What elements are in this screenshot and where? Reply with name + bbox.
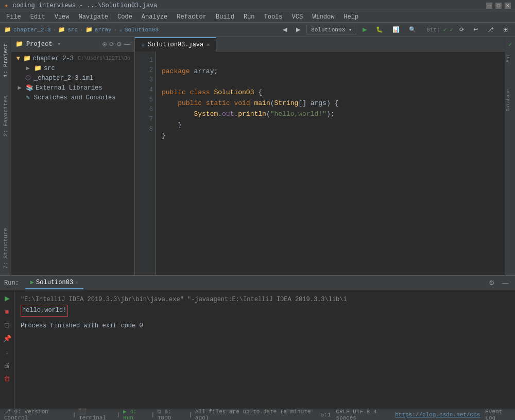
breadcrumb-solution03[interactable]: Solution03 [125, 27, 159, 33]
nav-controls: ◀ ▶ Solution03 ▾ ▶ 🐛 📊 🔍 Git: ✓ ✓ ⟳ ↩ ⎇ … [280, 25, 511, 34]
sidebar-settings-button[interactable]: ⚙ [116, 41, 122, 48]
menu-window[interactable]: Window [308, 12, 338, 22]
git-checkmark1: ✓ [443, 26, 447, 33]
stop-button[interactable]: ■ [2, 306, 13, 317]
line-num-2: 2 [137, 65, 153, 75]
database-panel-tab[interactable]: Database [506, 87, 515, 113]
menu-vcs[interactable]: VCS [288, 12, 307, 22]
git-history-button[interactable]: ⟳ [456, 25, 467, 34]
maximize-button[interactable]: □ [495, 3, 502, 9]
src-folder-icon: 📁 [34, 64, 42, 72]
run-tab-status[interactable]: ▶ 4: Run [123, 408, 148, 420]
titlebar: ✦ coding_interviews - ...\Solution03.jav… [0, 0, 515, 11]
titlebar-controls: — □ ✕ [486, 3, 511, 9]
search-everywhere-button[interactable]: 🔍 [406, 25, 419, 34]
run-tab-close[interactable]: ✕ [75, 279, 78, 286]
tree-item-ext-libs[interactable]: ▶ 📚 External Libraries [11, 83, 134, 93]
ant-panel-tab[interactable]: Ant [506, 52, 515, 64]
file-icon: ☕ [119, 26, 123, 33]
tab-close-button[interactable]: ✕ [207, 42, 210, 48]
run-tab-label: Solution03 [36, 279, 73, 286]
menu-navigate[interactable]: Navigate [74, 12, 112, 22]
vcs-button[interactable]: ⎇ [484, 25, 497, 34]
rerun-button[interactable]: ▶ [2, 292, 13, 304]
output-highlighted-text: hello,world! [21, 305, 68, 316]
menu-build[interactable]: Build [212, 12, 238, 22]
bottom-tab-run[interactable]: ▶ Solution03 ✕ [25, 276, 83, 289]
navbar: 📁 chapter_2-3 › 📁 src › 📁 array › ☕ Solu… [0, 23, 515, 37]
chapter-path: C:\Users\12271\Do [78, 56, 130, 61]
tree-item-iml[interactable]: ⬡ _chapter_2-3.iml [11, 73, 134, 83]
print-button[interactable]: 🖨 [2, 359, 13, 371]
sidebar-close-button[interactable]: — [124, 41, 130, 48]
menu-help[interactable]: Help [339, 12, 363, 22]
line-num-8: 8 [137, 125, 153, 134]
menu-code[interactable]: Code [113, 12, 136, 22]
code-area: 1 2 ▶3 ▶4 5 ●6 7 8 package array; public… [135, 51, 505, 275]
close-button[interactable]: ✕ [505, 3, 511, 9]
breadcrumb-src[interactable]: src [67, 27, 78, 33]
editor-panel: ☕ Solution03.java ✕ 1 2 ▶3 ▶4 5 ●6 7 8 p… [135, 37, 505, 275]
run-label: Run: [4, 279, 19, 287]
layout-button[interactable]: ⊞ [500, 25, 511, 34]
event-log[interactable]: Event Log [485, 409, 511, 421]
coverage-button[interactable]: 📊 [389, 25, 403, 34]
statusbar-sep4: | [188, 412, 192, 418]
tab-structure[interactable]: 7: Structure [1, 224, 11, 273]
menu-refactor[interactable]: Refactor [173, 12, 211, 22]
encoding-info: CRLF UTF-8 4 spaces [336, 409, 390, 421]
chapter-expand-icon: ▼ [15, 55, 21, 62]
tree-item-scratches[interactable]: ✎ Scratches and Consoles [11, 93, 134, 102]
tab-favorites[interactable]: 2: Favorites [1, 92, 11, 141]
iml-label: _chapter_2-3.iml [34, 75, 93, 82]
statusbar-sep3: | [151, 412, 154, 418]
tree-item-src[interactable]: ▶ 📁 src [11, 63, 134, 73]
sidebar-new-button[interactable]: ⊕ [102, 41, 107, 48]
clear-output-button[interactable]: 🗑 [2, 373, 13, 384]
editor-tab-solution03[interactable]: ☕ Solution03.java ✕ [135, 37, 216, 51]
nav-forward-button[interactable]: ▶ [293, 25, 303, 34]
menu-view[interactable]: View [50, 12, 74, 22]
menu-run[interactable]: Run [239, 12, 259, 22]
statusbar-sep1: | [73, 412, 76, 418]
run-button[interactable]: ▶ [359, 25, 370, 34]
git-checkmark2: ✓ [450, 26, 453, 33]
minimize-button[interactable]: — [486, 3, 492, 9]
menu-tools[interactable]: Tools [260, 12, 287, 22]
chapter-folder-icon: 📁 [23, 55, 31, 62]
breadcrumb-array[interactable]: array [95, 27, 112, 33]
bottom-panel-icons: ⚙ — [486, 277, 511, 289]
menu-file[interactable]: File [2, 12, 25, 22]
sidebar-sync-button[interactable]: ⟳ [109, 41, 114, 48]
menu-analyze[interactable]: Analyze [138, 12, 171, 22]
version-control-tab[interactable]: ⎇ 9: Version Control [4, 408, 70, 420]
run-config-dropdown[interactable]: Solution03 ▾ [306, 25, 356, 34]
restore-layout-button[interactable]: ⊡ [2, 319, 13, 330]
git-label: Git: [426, 27, 440, 33]
sidebar-tree: ▼ 📁 chapter_2-3 C:\Users\12271\Do ▶ 📁 sr… [11, 51, 134, 275]
code-content[interactable]: package array; public class Solution03 {… [156, 51, 505, 275]
debug-button[interactable]: 🐛 [373, 25, 386, 34]
output-hello: hello,world! [21, 305, 509, 316]
bottom-minimize-button[interactable]: — [500, 277, 511, 289]
sidebar-dropdown-icon[interactable]: ▾ [57, 41, 61, 47]
scroll-end-button[interactable]: ↓ [2, 346, 13, 357]
bottom-settings-button[interactable]: ⚙ [486, 277, 497, 289]
pin-tab-button[interactable]: 📌 [2, 332, 13, 344]
breadcrumb-chapter[interactable]: chapter_2-3 [13, 27, 51, 33]
git-revert-button[interactable]: ↩ [470, 25, 481, 34]
status-message: All files are up-to-date (a minute ago) [195, 409, 317, 421]
menu-edit[interactable]: Edit [26, 12, 49, 22]
nav-back-button[interactable]: ◀ [280, 25, 290, 34]
csdn-link[interactable]: https://blog.csdn.net/CCs [395, 412, 480, 418]
run-output: "E:\IntelliJ IDEA 2019.3.3\jbr\bin\java.… [14, 290, 515, 409]
tab-project[interactable]: 1: Project [1, 39, 11, 81]
tree-item-chapter[interactable]: ▼ 📁 chapter_2-3 C:\Users\12271\Do [11, 54, 134, 63]
java-file-icon: ☕ [141, 41, 145, 48]
line-numbers: 1 2 ▶3 ▶4 5 ●6 7 8 [135, 51, 156, 275]
left-panel-tabs: 1: Project 2: Favorites 7: Structure [0, 37, 11, 275]
terminal-tab[interactable]: ⬛ Terminal [79, 408, 113, 420]
todo-tab[interactable]: ☑ 6: TODO [158, 408, 185, 420]
run-tab-icon: ▶ [30, 278, 34, 286]
src-label: src [44, 65, 55, 72]
